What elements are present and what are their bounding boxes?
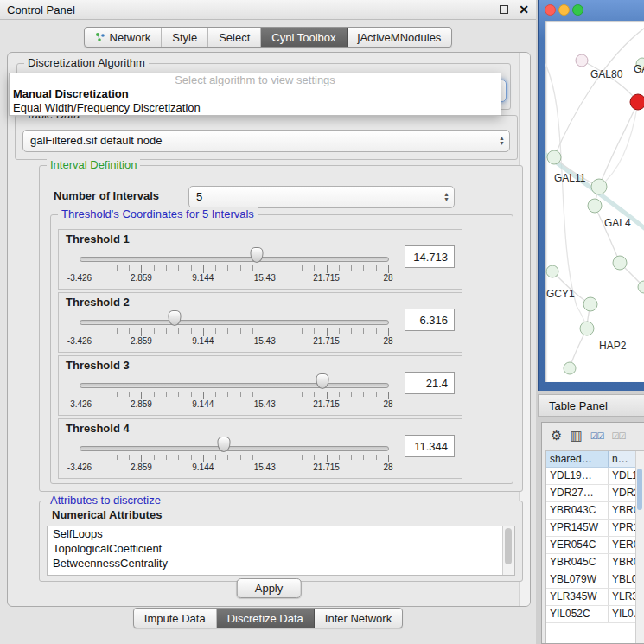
table-cell[interactable]: YBR043C xyxy=(546,502,609,519)
slider-track[interactable] xyxy=(80,320,389,325)
list-scrollbar-thumb[interactable] xyxy=(505,528,512,564)
gear-icon[interactable]: ⚙ xyxy=(551,428,562,443)
tab-network[interactable]: Network xyxy=(85,28,163,47)
table-row[interactable]: YBR045CYBR0… xyxy=(546,554,644,571)
tab-label: Discretize Data xyxy=(227,612,303,625)
tab-label: Style xyxy=(172,31,197,44)
scale-label: 15.43 xyxy=(254,336,276,346)
table-row[interactable]: YBR043CYBR0… xyxy=(546,502,644,520)
select-columns-icon[interactable]: ☑☑ xyxy=(590,431,604,441)
network-node[interactable] xyxy=(546,265,558,277)
table-cell[interactable]: YIL052C xyxy=(546,606,609,622)
table-row[interactable]: YDR27…YDR2… xyxy=(546,485,644,502)
threshold-2-value-field[interactable]: 6.316 xyxy=(405,309,455,331)
columns-icon[interactable]: ▥ xyxy=(570,428,582,443)
tab-cyni-toolbox[interactable]: Cyni Toolbox xyxy=(261,28,347,47)
scale-label: 28 xyxy=(383,273,392,283)
zoom-window-button[interactable] xyxy=(572,4,583,16)
top-tabbar: Network Style Select Cyni Toolbox jActiv… xyxy=(0,27,536,48)
tab-impute-data[interactable]: Impute Data xyxy=(134,609,217,628)
network-node[interactable] xyxy=(588,199,602,213)
table-row[interactable]: YIL052CYIL0… xyxy=(546,606,644,623)
network-node[interactable] xyxy=(547,150,561,164)
list-scrollbar[interactable] xyxy=(502,526,514,575)
table-cell[interactable]: YBR045C xyxy=(546,554,609,571)
table-panel-window: ⚙ ▥ ☑☑ ☑☑ shared… n… YDL19…YDL1… YDR27…Y… xyxy=(541,422,644,644)
threshold-4-value-field[interactable]: 11.344 xyxy=(405,435,455,457)
table-panel-titlebar: Table Panel xyxy=(538,394,644,417)
scale-label: 9.144 xyxy=(192,273,214,283)
group-title: Discretization Algorithm xyxy=(24,56,149,69)
network-canvas[interactable]: GAL80 GA GAL11 GAL4 GCY1 HAP2 xyxy=(545,21,644,382)
list-item[interactable]: BetweennessCentrality xyxy=(48,556,514,571)
network-node[interactable] xyxy=(580,322,594,335)
scale-label: -3.426 xyxy=(67,336,92,346)
slider-track[interactable] xyxy=(80,257,389,262)
slider-track[interactable] xyxy=(80,383,389,388)
table-cell[interactable]: YLR345W xyxy=(546,589,609,605)
table-row[interactable]: YLR345WYLR3… xyxy=(546,589,644,606)
table-row[interactable]: YER054CYER0… xyxy=(546,537,644,554)
slider-ticks xyxy=(80,265,388,271)
table-data-combobox[interactable]: galFiltered.sif default node ▲ ▼ xyxy=(22,130,510,152)
threshold-1-value-field[interactable]: 14.713 xyxy=(405,245,455,268)
close-icon[interactable]: ✕ xyxy=(519,3,529,16)
combo-down-icon: ▼ xyxy=(443,197,450,202)
table-row[interactable]: YDL19…YDL1… xyxy=(546,468,644,485)
network-node-selected[interactable] xyxy=(630,94,644,110)
select-rows-icon[interactable]: ☑☑ xyxy=(612,431,626,441)
slider-scale: -3.426 2.859 9.144 15.43 21.715 28 xyxy=(80,273,388,284)
table-row[interactable]: YPR145WYPR1… xyxy=(546,520,644,537)
tab-jactivemnodules[interactable]: jActiveMNodules xyxy=(348,28,452,47)
network-node[interactable] xyxy=(564,362,576,374)
threshold-3-panel: Threshold 3 -3.426 2.859 9.144 15.43 21.… xyxy=(58,355,462,416)
network-node[interactable] xyxy=(613,256,627,270)
table-cell[interactable]: YPR145W xyxy=(546,520,609,536)
slider-ticks xyxy=(80,328,388,334)
slider-ticks xyxy=(80,392,388,397)
close-window-button[interactable] xyxy=(545,4,556,16)
numerical-attributes-label: Numerical Attributes xyxy=(52,508,162,521)
table-scrollbar-thumb[interactable] xyxy=(637,469,642,510)
tab-select[interactable]: Select xyxy=(208,28,261,47)
control-panel-window: Control Panel ✕ Network xyxy=(0,0,536,644)
table-cell[interactable]: YDL19… xyxy=(546,468,609,484)
network-node[interactable] xyxy=(583,297,597,311)
table-cell[interactable]: YBL079W xyxy=(546,571,609,588)
float-window-icon[interactable] xyxy=(500,5,508,14)
tab-label: Infer Network xyxy=(325,612,392,625)
popup-option-equal-width[interactable]: Equal Width/Frequency Discretization xyxy=(10,101,501,115)
attributes-group: Attributes to discretize Numerical Attri… xyxy=(39,501,523,582)
tab-discretize-data[interactable]: Discretize Data xyxy=(217,609,315,628)
slider-track[interactable] xyxy=(80,446,389,451)
popup-placeholder-item[interactable]: Select algorithm to view settings xyxy=(10,73,501,87)
bottom-tab-group: Impute Data Discretize Data Infer Networ… xyxy=(133,608,403,628)
network-node[interactable] xyxy=(591,179,607,194)
threshold-3-value-field[interactable]: 21.4 xyxy=(405,372,455,394)
network-edge xyxy=(582,61,638,102)
network-edge xyxy=(599,102,638,187)
cyni-toolbox-panel: Discretization Algorithm ▲ ▼ Table Data … xyxy=(7,52,531,607)
num-intervals-combobox[interactable]: 5 ▲ ▼ xyxy=(188,186,455,208)
interval-definition-group: Interval Definition Number of Intervals … xyxy=(39,165,523,492)
column-header-shared-name[interactable]: shared… xyxy=(546,451,609,467)
minimize-window-button[interactable] xyxy=(558,4,570,16)
tab-style[interactable]: Style xyxy=(162,28,208,47)
scale-label: 9.144 xyxy=(192,399,214,409)
popup-option-manual-discretization[interactable]: Manual Discretization xyxy=(10,87,501,101)
tab-infer-network[interactable]: Infer Network xyxy=(315,609,402,628)
table-cell[interactable]: YDR27… xyxy=(546,485,609,501)
table-row[interactable]: YBL079WYBL0… xyxy=(546,571,644,589)
network-node[interactable] xyxy=(638,281,644,293)
apply-button[interactable]: Apply xyxy=(237,578,302,598)
combo-down-icon: ▼ xyxy=(499,141,505,146)
scale-label: -3.426 xyxy=(67,399,92,409)
list-item[interactable]: TopologicalCoefficient xyxy=(48,541,514,556)
list-item[interactable]: SelfLoops xyxy=(48,526,514,541)
scale-label: 15.43 xyxy=(254,273,276,283)
scale-label: 28 xyxy=(383,336,392,346)
table-cell[interactable]: YER054C xyxy=(546,537,609,553)
table-scrollbar[interactable] xyxy=(635,451,644,643)
numerical-attributes-list[interactable]: SelfLoops TopologicalCoefficient Between… xyxy=(47,526,515,576)
network-node[interactable] xyxy=(576,54,588,67)
